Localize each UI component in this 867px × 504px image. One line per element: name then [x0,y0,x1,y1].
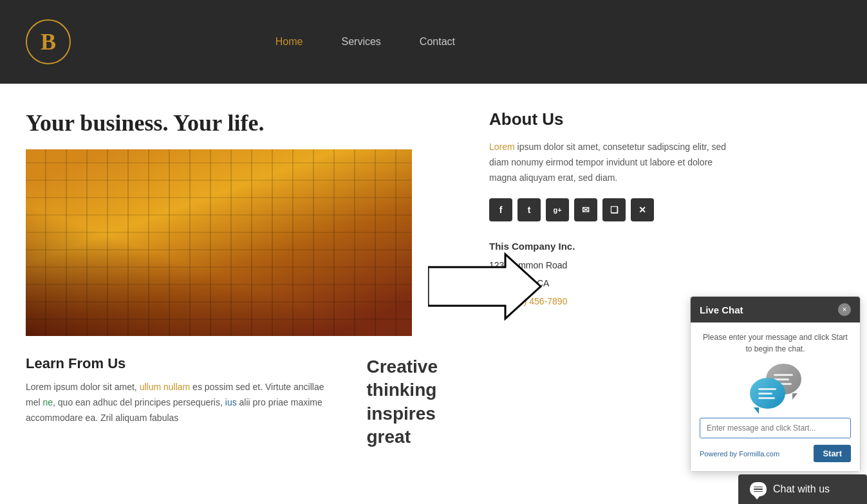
social-twitter[interactable]: t [517,198,541,221]
chat-header-title: Live Chat [700,304,743,315]
chat-input-area [700,418,851,438]
arrow-svg [428,251,544,322]
bubble-line [758,388,776,390]
chat-instruction: Please enter your message and click Star… [700,331,851,355]
chat-message-input[interactable] [700,418,851,438]
left-column: Your business. Your life. Learn From Us … [26,109,438,449]
social-googleplus[interactable]: g+ [546,198,569,221]
nav-services[interactable]: Services [342,36,381,48]
live-chat-widget: Live Chat × Please enter your message an… [690,296,861,462]
bubble-line [758,397,775,399]
social-chat[interactable]: ❑ [602,198,626,221]
creative-title: Creative thinking inspires great [366,355,438,449]
bubble-container [750,364,801,409]
learn-highlight-3: ius [225,397,237,407]
learn-title: Learn From Us [26,355,328,372]
social-email[interactable]: ✉ [574,198,597,221]
about-lorem: Lorem [489,142,515,152]
chat-close-button[interactable]: × [838,303,851,316]
chat-footer: Powered by Formilla.com Start [700,445,851,462]
social-xing[interactable]: ✕ [631,198,654,221]
learn-section: Learn From Us Lorem ipsum dolor sit amet… [26,355,328,449]
creative-section: Creative thinking inspires great [366,355,438,449]
formilla-link[interactable]: Formilla.com [739,450,779,458]
learn-text: Lorem ipsum dolor sit amet, ullum nullam… [26,380,328,425]
learn-highlight-1: ullum nullam [140,382,191,392]
about-title: About Us [489,109,734,129]
chat-bubble-icon [700,364,851,409]
hero-title: Your business. Your life. [26,109,438,136]
bubble-line [758,393,772,395]
hero-image [26,149,412,336]
learn-highlight-2: ne [42,397,53,407]
bubble-line [774,374,793,376]
about-text: Lorem ipsum dolor sit amet, consetetur s… [489,140,734,185]
site-logo[interactable]: B [26,19,71,64]
start-chat-button[interactable]: Start [814,445,851,462]
site-header: B Home Services Contact [0,0,867,84]
chat-body: Please enter your message and click Star… [691,322,860,462]
social-icons: f t g+ ✉ ❑ ✕ [489,198,734,221]
bottom-row: Learn From Us Lorem ipsum dolor sit amet… [26,355,438,449]
building-overlay2 [26,149,412,336]
social-facebook[interactable]: f [489,198,512,221]
svg-marker-0 [428,254,541,319]
chat-header: Live Chat × [691,297,860,322]
nav-contact[interactable]: Contact [420,36,455,48]
powered-by: Powered by Formilla.com [700,450,779,458]
arrow-annotation [428,251,544,324]
bubble-blue [750,378,785,409]
main-nav: Home Services Contact [275,36,455,48]
bubble-blue-lines [753,383,781,404]
nav-home[interactable]: Home [275,36,303,48]
